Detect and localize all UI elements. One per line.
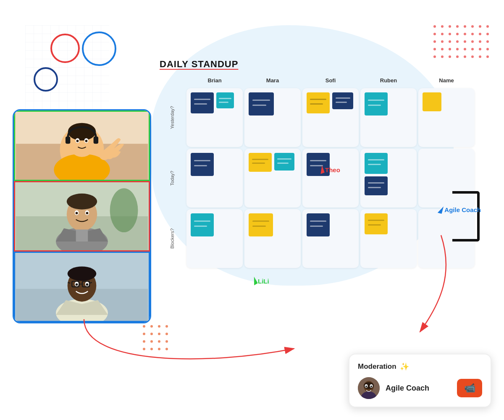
dot-decoration bbox=[464, 33, 466, 35]
cell-ruben-yesterday bbox=[360, 88, 417, 147]
svg-point-21 bbox=[67, 194, 97, 210]
dot-decoration bbox=[479, 25, 481, 28]
svg-point-47 bbox=[365, 386, 367, 387]
dot-decoration bbox=[471, 40, 474, 43]
cell-sofi-today bbox=[302, 149, 359, 207]
dot-decoration bbox=[471, 33, 474, 35]
dot-decoration bbox=[433, 33, 436, 35]
dot-decoration bbox=[433, 55, 436, 58]
dot-decoration bbox=[464, 40, 466, 43]
video-panel bbox=[13, 109, 151, 323]
dot-decoration bbox=[143, 333, 145, 335]
cursor-lili: LiLi bbox=[252, 277, 269, 285]
svg-point-25 bbox=[86, 212, 89, 215]
svg-point-48 bbox=[370, 386, 372, 387]
dot-decoration bbox=[158, 333, 160, 335]
video-slot-3 bbox=[14, 252, 150, 322]
dot-decoration bbox=[486, 55, 489, 58]
dot-decoration bbox=[486, 33, 489, 35]
svg-point-34 bbox=[76, 283, 78, 286]
row-label-empty bbox=[160, 74, 185, 87]
cell-sofi-yesterday bbox=[302, 88, 359, 147]
svg-point-12 bbox=[76, 140, 79, 142]
dot-decoration bbox=[479, 33, 481, 35]
dot-decoration bbox=[486, 40, 489, 43]
decorative-circle-red bbox=[50, 34, 80, 63]
agile-cursor-label: Agile Coach bbox=[444, 206, 481, 213]
dot-decoration bbox=[441, 48, 444, 50]
svg-point-9 bbox=[68, 123, 96, 141]
dot-decoration bbox=[471, 55, 474, 58]
cell-mara-blockers bbox=[244, 209, 301, 268]
dot-decoration bbox=[449, 40, 451, 43]
agile-coach-avatar bbox=[358, 377, 380, 399]
cell-brian-today bbox=[186, 149, 243, 207]
dots-decoration-top-right: // Will be rendered via template below bbox=[433, 25, 491, 60]
video-slot-1 bbox=[14, 110, 150, 181]
lili-cursor-label: LiLi bbox=[258, 278, 269, 285]
theo-cursor-arrow bbox=[318, 165, 325, 174]
dot-decoration bbox=[165, 333, 168, 335]
dot-decoration bbox=[456, 40, 459, 43]
cell-name-yesterday bbox=[418, 88, 475, 147]
cell-ruben-blockers bbox=[360, 209, 417, 268]
dot-decoration bbox=[158, 325, 160, 328]
row-label-blockers: Blockers? bbox=[160, 209, 185, 268]
decorative-circle-blue-small bbox=[34, 67, 58, 92]
dot-decoration bbox=[165, 348, 168, 350]
cell-brian-blockers bbox=[186, 209, 243, 268]
dot-decoration bbox=[449, 48, 451, 50]
dot-decoration bbox=[150, 325, 153, 328]
sparkles-icon: ✨ bbox=[400, 362, 409, 371]
dot-decoration bbox=[479, 48, 481, 50]
moderation-card: Moderation ✨ Agile Coach 📹 bbox=[349, 354, 491, 407]
dots-decoration-bottom-left bbox=[143, 325, 171, 353]
dot-decoration bbox=[143, 340, 145, 343]
dot-decoration bbox=[449, 25, 451, 28]
dot-decoration bbox=[479, 55, 481, 58]
dot-decoration bbox=[486, 48, 489, 50]
col-name: Name bbox=[418, 74, 475, 87]
dot-decoration bbox=[456, 48, 459, 50]
dot-decoration bbox=[433, 25, 436, 28]
cell-ruben-today bbox=[360, 149, 417, 207]
lili-cursor-arrow bbox=[250, 277, 258, 286]
dot-decoration bbox=[165, 340, 168, 343]
svg-rect-26 bbox=[76, 229, 88, 242]
dot-decoration bbox=[158, 348, 160, 350]
col-mara: Mara bbox=[244, 74, 301, 87]
standup-area: DAILY STANDUP Brian Mara Sofi Ruben Name… bbox=[160, 59, 475, 268]
cell-mara-today bbox=[244, 149, 301, 207]
col-ruben: Ruben bbox=[360, 74, 417, 87]
svg-point-35 bbox=[86, 283, 89, 286]
agile-cursor-arrow bbox=[438, 205, 444, 214]
dot-decoration bbox=[150, 333, 153, 335]
cursor-theo: Theo bbox=[319, 166, 340, 173]
dot-decoration bbox=[150, 340, 153, 343]
dot-decoration bbox=[441, 33, 444, 35]
row-label-yesterday: Yesterday? bbox=[160, 88, 185, 147]
dot-decoration bbox=[464, 48, 466, 50]
video-button[interactable]: 📹 bbox=[457, 379, 482, 397]
cell-brian-yesterday bbox=[186, 88, 243, 147]
standup-title: DAILY STANDUP bbox=[160, 59, 475, 70]
dot-decoration bbox=[456, 55, 459, 58]
col-sofi: Sofi bbox=[302, 74, 359, 87]
theo-cursor-label: Theo bbox=[325, 166, 340, 173]
dot-decoration bbox=[464, 55, 466, 58]
cell-sofi-blockers bbox=[302, 209, 359, 268]
row-label-today: Today? bbox=[160, 149, 185, 207]
cell-mara-yesterday bbox=[244, 88, 301, 147]
standup-grid: Brian Mara Sofi Ruben Name Yesterday? bbox=[160, 74, 475, 268]
dot-decoration bbox=[143, 348, 145, 350]
dot-decoration bbox=[479, 40, 481, 43]
svg-point-31 bbox=[68, 266, 97, 281]
col-brian: Brian bbox=[186, 74, 243, 87]
dot-decoration bbox=[441, 40, 444, 43]
svg-point-24 bbox=[76, 212, 78, 215]
dot-decoration bbox=[433, 40, 436, 43]
dot-decoration bbox=[456, 33, 459, 35]
moderation-person-row: Agile Coach 📹 bbox=[358, 377, 482, 399]
video-slot-2 bbox=[14, 181, 150, 252]
decorative-circle-blue-large bbox=[82, 32, 116, 66]
